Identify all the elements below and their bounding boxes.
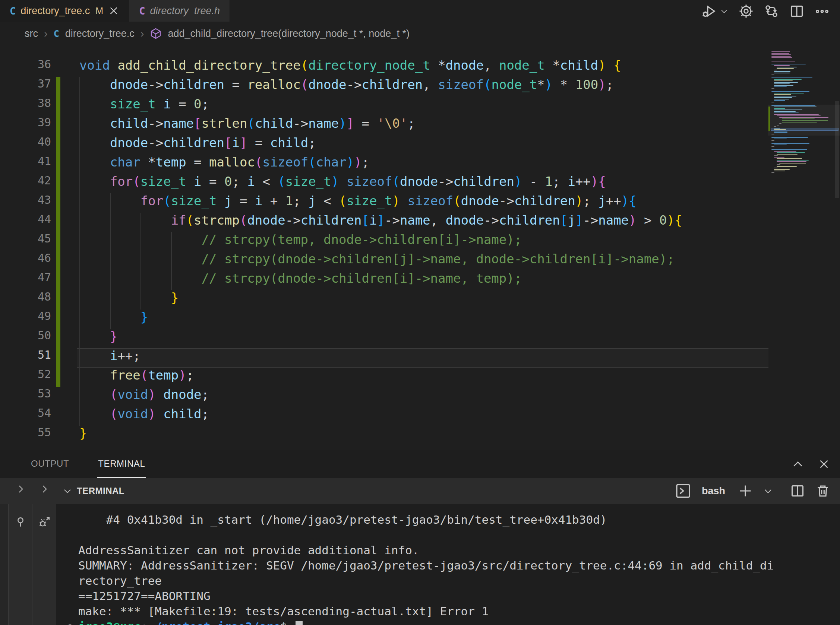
minimap-line xyxy=(777,154,798,155)
code-line: 52 free(temp); xyxy=(0,368,840,387)
minimap-line xyxy=(777,166,797,167)
line-number[interactable]: 44 xyxy=(0,213,51,226)
line-number[interactable]: 39 xyxy=(0,116,51,129)
line-number[interactable]: 54 xyxy=(0,406,51,420)
terminal-section-title: TERMINAL xyxy=(77,486,125,496)
open-changes-icon[interactable] xyxy=(764,4,779,19)
line-number[interactable]: 46 xyxy=(0,252,51,264)
code-text: } xyxy=(79,329,117,348)
chevron-right-icon[interactable] xyxy=(16,484,26,494)
breadcrumb-item-file[interactable]: directory_tree.c xyxy=(65,28,134,39)
line-number[interactable]: 47 xyxy=(0,271,51,284)
code-editor[interactable]: 36void add_child_directory_tree(director… xyxy=(0,45,840,450)
minimap-line xyxy=(777,115,821,116)
minimap-line xyxy=(777,164,780,165)
minimap-line xyxy=(774,100,785,101)
line-number[interactable]: 38 xyxy=(0,96,51,109)
minimap-line xyxy=(774,82,798,83)
terminal-line: #4 0x41b30d in _start (/home/jgao3/prete… xyxy=(56,513,840,528)
code-line: 50 } xyxy=(0,329,840,348)
code-text: dnode->children[i] = child; xyxy=(79,135,316,155)
terminal-output[interactable]: #4 0x41b30d in _start (/home/jgao3/prete… xyxy=(56,504,840,625)
line-number[interactable]: 41 xyxy=(0,155,51,168)
breadcrumb-separator: › xyxy=(140,28,144,40)
minimap-line xyxy=(771,75,775,75)
split-terminal-icon[interactable] xyxy=(790,484,805,498)
tab-label: directory_tree.c xyxy=(20,5,90,17)
line-number[interactable]: 51 xyxy=(0,348,51,361)
terminal-line: SUMMARY: AddressSanitizer: SEGV /home/jg… xyxy=(56,559,840,574)
terminal-prompt-line: ●jgao3@ugc:~/pretest-jgao3/src$ xyxy=(56,620,840,625)
minimap-line xyxy=(771,143,809,144)
minimap-line xyxy=(774,171,785,171)
code-text: free(temp); xyxy=(79,368,194,387)
code-text: // strcpy(dnode->children[i]->name, temp… xyxy=(79,271,522,290)
tab-directory-tree-c[interactable]: C directory_tree.c M xyxy=(0,0,129,22)
code-text: i++; xyxy=(79,348,140,368)
minimap-line xyxy=(774,112,799,113)
line-number[interactable]: 49 xyxy=(0,309,51,323)
minimap[interactable] xyxy=(768,51,840,178)
terminal-box-icon[interactable] xyxy=(675,483,691,499)
tab-output[interactable]: OUTPUT xyxy=(30,450,70,478)
line-number[interactable]: 53 xyxy=(0,387,51,400)
code-text: child->name[strlen(child->name)] = '\0'; xyxy=(79,116,415,135)
code-text: (void) dnode; xyxy=(79,387,209,406)
minimap-line xyxy=(771,53,789,54)
line-number[interactable]: 48 xyxy=(0,290,51,303)
more-actions-icon[interactable] xyxy=(815,4,829,19)
debug-run-icon[interactable] xyxy=(702,4,728,19)
line-number[interactable]: 40 xyxy=(0,135,51,148)
terminal-dropdown-chevron-icon[interactable] xyxy=(763,486,773,496)
prompt-text: $ xyxy=(280,620,294,625)
tab-terminal[interactable]: TERMINAL xyxy=(97,450,146,478)
section-collapse-chevron-icon[interactable] xyxy=(62,486,72,496)
terminal-cursor xyxy=(296,621,302,625)
code-line: 39 child->name[strlen(child->name)] = '\… xyxy=(0,116,840,135)
editor-scrollbar-thumb[interactable] xyxy=(835,101,839,198)
line-number[interactable]: 50 xyxy=(0,329,51,342)
split-editor-icon[interactable] xyxy=(789,4,804,19)
minimap-line xyxy=(771,102,775,103)
line-number[interactable]: 42 xyxy=(0,174,51,187)
close-icon[interactable] xyxy=(108,5,119,16)
line-number[interactable]: 36 xyxy=(0,58,51,71)
settings-gear-icon[interactable] xyxy=(739,4,754,19)
minimap-line xyxy=(774,138,787,139)
minimap-line xyxy=(774,108,785,109)
command-status-dot-icon: ● xyxy=(68,621,72,625)
line-number[interactable]: 43 xyxy=(0,193,51,206)
minimap-line xyxy=(774,85,793,86)
code-line: 36void add_child_directory_tree(director… xyxy=(0,58,840,77)
new-terminal-icon[interactable] xyxy=(738,484,753,498)
code-line: 44 if(strcmp(dnode->children[i]->name, d… xyxy=(0,213,840,232)
line-number[interactable]: 52 xyxy=(0,368,51,381)
code-line: 49 } xyxy=(0,309,840,329)
minimap-line xyxy=(774,79,802,80)
prompt-text: jgao3@ugc xyxy=(78,620,141,625)
close-panel-icon[interactable] xyxy=(818,458,830,470)
bug-launch-icon[interactable] xyxy=(38,516,51,529)
minimap-line xyxy=(774,145,787,145)
minimap-line xyxy=(774,107,817,107)
code-line: 43 for(size_t j = i + 1; j < (size_t) si… xyxy=(0,193,840,213)
terminal-line: AddressSanitizer can not provide additio… xyxy=(56,543,840,559)
probe-icon[interactable] xyxy=(14,516,27,529)
breadcrumb-item-src[interactable]: src xyxy=(25,28,38,39)
minimap-line xyxy=(774,96,796,96)
line-number[interactable]: 37 xyxy=(0,77,51,90)
line-number[interactable]: 55 xyxy=(0,426,51,439)
breadcrumb-item-symbol[interactable]: add_child_directory_tree(directory_node_… xyxy=(168,28,409,39)
symbol-method-icon xyxy=(150,28,162,39)
minimap-line xyxy=(771,64,806,64)
maximize-panel-icon[interactable] xyxy=(792,458,804,470)
chevron-right-icon[interactable] xyxy=(39,484,50,494)
line-number[interactable]: 45 xyxy=(0,232,51,245)
tab-directory-tree-h[interactable]: C directory_tree.h xyxy=(129,0,230,22)
code-text: for(size_t i = 0; i < (size_t) sizeof(dn… xyxy=(79,174,606,193)
kill-terminal-trash-icon[interactable] xyxy=(815,484,830,498)
bottom-panel: OUTPUT TERMINAL TERMINAL bash xyxy=(0,450,840,625)
terminal-line: rectory_tree xyxy=(56,574,840,589)
minimap-line xyxy=(771,146,775,147)
terminal-lines: #4 0x41b30d in _start (/home/jgao3/prete… xyxy=(56,504,840,625)
